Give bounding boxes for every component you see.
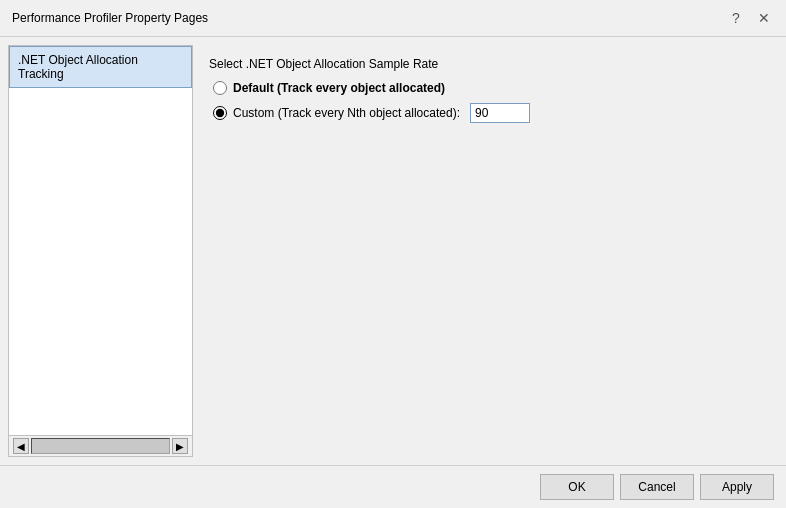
radio-group: Default (Track every object allocated) C…	[209, 81, 762, 123]
radio-default-label[interactable]: Default (Track every object allocated)	[233, 81, 445, 95]
radio-default[interactable]	[213, 81, 227, 95]
sidebar-item-label: .NET Object Allocation Tracking	[18, 53, 138, 81]
radio-item-default: Default (Track every object allocated)	[213, 81, 762, 95]
sidebar: .NET Object Allocation Tracking ◀ ▶	[8, 45, 193, 457]
dialog-title: Performance Profiler Property Pages	[12, 11, 208, 25]
custom-value-input[interactable]	[470, 103, 530, 123]
scroll-left-btn[interactable]: ◀	[13, 438, 29, 454]
title-bar-controls: ? ✕	[726, 8, 774, 28]
scroll-track[interactable]	[31, 438, 170, 454]
cancel-button[interactable]: Cancel	[620, 474, 694, 500]
ok-button[interactable]: OK	[540, 474, 614, 500]
sidebar-item-dotnet-allocation[interactable]: .NET Object Allocation Tracking	[9, 46, 192, 88]
help-button[interactable]: ?	[726, 8, 746, 28]
radio-custom-label[interactable]: Custom (Track every Nth object allocated…	[233, 106, 460, 120]
section-title: Select .NET Object Allocation Sample Rat…	[209, 57, 762, 71]
main-content: .NET Object Allocation Tracking ◀ ▶ Sele…	[0, 37, 786, 465]
radio-custom[interactable]	[213, 106, 227, 120]
sidebar-content-area	[9, 88, 192, 435]
sidebar-scrollbar: ◀ ▶	[9, 435, 192, 456]
apply-button[interactable]: Apply	[700, 474, 774, 500]
close-button[interactable]: ✕	[754, 8, 774, 28]
radio-item-custom: Custom (Track every Nth object allocated…	[213, 103, 762, 123]
right-panel: Select .NET Object Allocation Sample Rat…	[193, 45, 778, 457]
scroll-right-btn[interactable]: ▶	[172, 438, 188, 454]
bottom-bar: OK Cancel Apply	[0, 465, 786, 508]
title-bar: Performance Profiler Property Pages ? ✕	[0, 0, 786, 37]
